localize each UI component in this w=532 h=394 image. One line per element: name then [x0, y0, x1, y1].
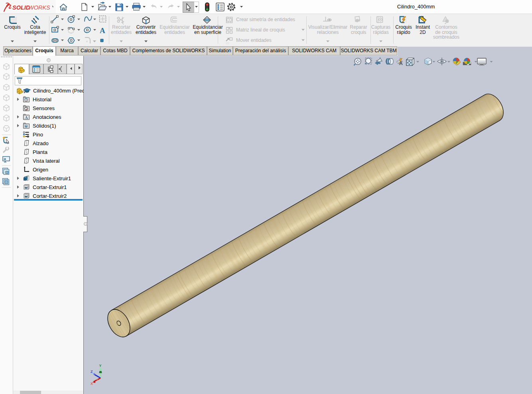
- svg-text:SOLID: SOLID: [12, 4, 30, 11]
- svg-text:A: A: [100, 26, 105, 35]
- svg-text:Z: Z: [91, 370, 93, 374]
- svg-text:Y: Y: [99, 364, 102, 368]
- svg-text:WORKS: WORKS: [28, 4, 50, 11]
